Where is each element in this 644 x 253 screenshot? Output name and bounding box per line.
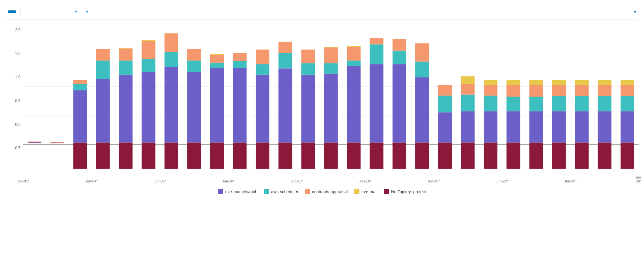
legend-item-aws-scheduler: aws-scheduler <box>264 189 298 194</box>
nav-usage-type[interactable] <box>56 10 61 13</box>
legend-label-no-tagkey: No Tagkey: project <box>391 189 426 194</box>
legend-item-eve-mail: eve-mail <box>354 189 377 194</box>
y-tick-1: 1.0 <box>15 75 20 79</box>
toolbar-divider <box>20 8 20 15</box>
legend-swatch-no-tagkey <box>384 189 389 194</box>
legend-label-eve-mail: eve-mail <box>361 189 377 194</box>
y-tick-2: 2.0 <box>15 28 20 32</box>
x-label-Jun-19*: Jun-19* <box>427 179 440 183</box>
x-label-Jun-07*: Jun-07* <box>154 179 166 183</box>
legend-swatch-eve-marketwatch <box>218 189 223 194</box>
legend: eve-marketwatchaws-schedulercontracts-ap… <box>5 184 639 194</box>
legend-item-eve-marketwatch: eve-marketwatch <box>218 189 257 194</box>
x-label-Jun-01*: Jun-01* <box>17 179 29 183</box>
x-label-Jun-16*: Jun-16* <box>359 179 371 183</box>
y-tick-0-5: 0.5 <box>15 99 20 103</box>
tag-arrow-icon: ▾ <box>86 10 88 14</box>
nav-instance-type[interactable] <box>48 10 53 13</box>
legend-item-contracts-appraisal: contracts-appraisal <box>305 189 348 194</box>
nav-more[interactable]: ▾ <box>630 8 639 16</box>
x-label-Jun-22*: Jun-22* <box>496 179 508 183</box>
legend-swatch-contracts-appraisal <box>305 189 310 194</box>
toolbar: ▾ ▾ ▾ <box>5 5 639 20</box>
chart-area: 2.0 1.5 1.0 0.5 0.0 -0.5 - Jun <box>5 20 639 194</box>
x-label-Jun-28*: Jun-28* <box>635 175 642 183</box>
y-axis: 2.0 1.5 1.0 0.5 0.0 -0.5 - <box>5 28 23 184</box>
nav-resource[interactable] <box>63 10 69 13</box>
active-tag-badge[interactable] <box>8 10 16 13</box>
nav-cost-category[interactable]: ▾ <box>71 8 80 15</box>
y-tick-1-5: 1.5 <box>15 51 20 56</box>
chart-body: Jun-01*Jun-04*Jun-07*Jun-10*Jun-13*Jun-1… <box>23 28 639 184</box>
nav-region[interactable] <box>40 10 45 13</box>
x-label-Jun-13*: Jun-13* <box>290 179 303 183</box>
x-label-Jun-25*: Jun-25* <box>564 179 577 183</box>
chart-wrapper: 2.0 1.5 1.0 0.5 0.0 -0.5 - Jun <box>5 28 639 184</box>
legend-swatch-eve-mail <box>354 189 359 194</box>
legend-label-aws-scheduler: aws-scheduler <box>271 189 298 194</box>
cost-category-arrow-icon: ▾ <box>75 10 77 14</box>
bar-chart <box>23 28 639 174</box>
y-tick-minus-0-5: -0.5 <box>14 146 20 150</box>
nav-tag[interactable]: ▾ <box>82 8 91 15</box>
legend-swatch-aws-scheduler <box>264 189 269 194</box>
page-container: ▾ ▾ ▾ 2.0 1.5 1.0 0.5 0.0 -0.5 - <box>0 0 644 253</box>
nav-linked-account[interactable] <box>32 10 37 13</box>
nav-service[interactable] <box>24 10 30 13</box>
x-label-Jun-10*: Jun-10* <box>222 179 235 183</box>
x-label-Jun-04*: Jun-04* <box>85 179 98 183</box>
legend-label-eve-marketwatch: eve-marketwatch <box>225 189 257 194</box>
more-arrow-icon: ▾ <box>634 9 636 14</box>
y-tick-0: 0.0 <box>15 122 20 127</box>
legend-item-no-tagkey: No Tagkey: project <box>384 189 426 194</box>
legend-label-contracts-appraisal: contracts-appraisal <box>312 189 348 194</box>
